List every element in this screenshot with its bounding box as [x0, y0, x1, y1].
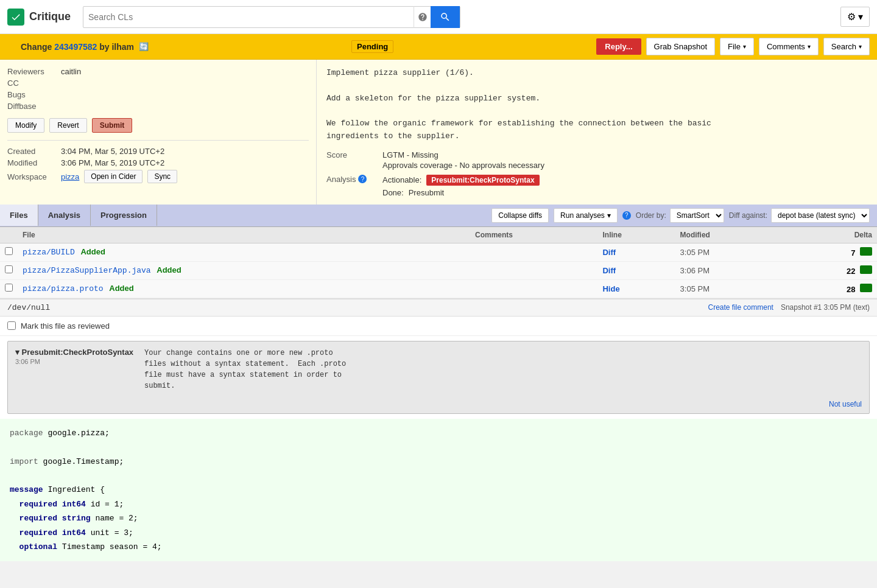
pending-badge: Pending: [351, 40, 393, 53]
cc-label: CC: [7, 79, 56, 88]
file-modified-cell: 3:06 PM: [675, 261, 782, 279]
delta-bar: [860, 247, 872, 256]
sync-button[interactable]: Sync: [147, 170, 177, 183]
run-analyses-button[interactable]: Run analyses ▾: [554, 208, 618, 223]
delta-bar: [860, 265, 872, 274]
not-useful-link[interactable]: Not useful: [829, 400, 862, 408]
change-id-link[interactable]: 243497582: [54, 42, 97, 52]
app-name: Critique: [29, 10, 71, 23]
diff-against-section: Diff against: depot base (latest sync): [729, 208, 870, 223]
file-row-checkbox[interactable]: [5, 265, 13, 273]
file-name-link[interactable]: pizza/pizza.proto: [23, 284, 104, 293]
file-delta-cell: 28: [782, 279, 877, 298]
col-file: File: [18, 227, 470, 243]
gear-dropdown-arrow: ▾: [858, 11, 863, 23]
done-label: Done:: [382, 188, 404, 197]
tab-progression[interactable]: Progression: [91, 205, 157, 226]
star-icon[interactable]: ☆: [7, 41, 16, 52]
delta-bar: [860, 284, 872, 292]
code-line: required string name = 2;: [10, 511, 867, 525]
change-header: ☆ Change 243497582 by ilham 🔄 Pending Re…: [0, 34, 877, 60]
workspace-row: Workspace pizza Open in Cider Sync: [7, 170, 309, 183]
inline-link[interactable]: Hide: [602, 284, 619, 293]
grab-snapshot-button[interactable]: Grab Snapshot: [646, 38, 715, 55]
diffbase-row: Diffbase: [7, 102, 309, 111]
done-value: Presubmit: [409, 188, 445, 197]
table-row: pizza/BUILD Added Diff 3:05 PM 7: [0, 243, 877, 261]
inline-link[interactable]: Diff: [602, 248, 616, 257]
modified-label: Modified: [7, 158, 56, 167]
delta-number: 22: [847, 267, 855, 276]
code-section: package google.pizza; import google.Time…: [0, 419, 877, 562]
tab-analysis[interactable]: Analysis: [38, 205, 91, 226]
actionable-badge: Presubmit:CheckProtoSyntax: [426, 175, 539, 186]
modify-button[interactable]: Modify: [7, 118, 44, 133]
tab-files[interactable]: Files: [0, 205, 38, 226]
right-panel: Implement pizza supplier (1/6). Add a sk…: [317, 60, 877, 205]
file-row-checkbox[interactable]: [5, 284, 13, 292]
cc-row: CC: [7, 79, 309, 88]
file-name-cell: pizza/BUILD Added: [18, 243, 470, 261]
search-button[interactable]: [431, 6, 460, 28]
gear-icon: ⚙: [847, 11, 856, 23]
file-comments-cell: [470, 243, 597, 261]
table-row: pizza/PizzaSupplierApp.java Added Diff 3…: [0, 261, 877, 279]
file-inline-cell: Diff: [597, 261, 675, 279]
file-inline-cell: Diff: [597, 243, 675, 261]
gear-button[interactable]: ⚙ ▾: [840, 7, 870, 27]
actionable-label: Actionable:: [382, 175, 421, 184]
diff-header-right: Create file comment Snapshot #1 3:05 PM …: [708, 303, 870, 312]
snapshot-info: Snapshot #1 3:05 PM (text): [781, 303, 870, 312]
file-name-link[interactable]: pizza/PizzaSupplierApp.java: [23, 266, 151, 275]
diff-against-select[interactable]: depot base (latest sync): [771, 208, 870, 223]
search-bar-container: [83, 6, 460, 28]
diffbase-label: Diffbase: [7, 102, 56, 111]
file-table: File Comments Inline Modified Delta pizz…: [0, 227, 877, 298]
col-comments: Comments: [470, 227, 597, 243]
analysis-row: Analysis ? Actionable: Presubmit:CheckPr…: [326, 175, 867, 197]
search-help-icon[interactable]: [414, 6, 431, 28]
collapse-diffs-button[interactable]: Collapse diffs: [491, 208, 549, 223]
reviewers-value: caitlin: [61, 67, 81, 76]
inline-link[interactable]: Diff: [602, 266, 616, 275]
score-row: Score LGTM - Missing Approvals coverage …: [326, 150, 867, 170]
file-name-cell: pizza/pizza.proto Added: [18, 279, 470, 298]
workspace-link[interactable]: pizza: [61, 172, 79, 181]
reviewed-row: Mark this file as reviewed: [0, 317, 877, 336]
file-delta-cell: 22: [782, 261, 877, 279]
file-modified-cell: 3:05 PM: [675, 279, 782, 298]
analysis-panel-header: ▾ Presubmit:CheckProtoSyntax 3:06 PM You…: [8, 341, 869, 397]
code-line: optional Timestamp season = 4;: [10, 540, 867, 554]
main-content: Reviewers caitlin CC Bugs Diffbase Modif…: [0, 60, 877, 205]
analysis-help-icon[interactable]: ?: [358, 175, 367, 183]
comments-menu-button[interactable]: Comments ▾: [759, 38, 819, 55]
submit-button[interactable]: Submit: [92, 118, 133, 133]
created-label: Created: [7, 147, 56, 156]
create-file-comment-link[interactable]: Create file comment: [708, 303, 773, 312]
change-title: Change 243497582 by ilham: [21, 42, 134, 52]
file-menu-button[interactable]: File ▾: [720, 38, 754, 55]
col-modified: Modified: [675, 227, 782, 243]
file-inline-cell: Hide: [597, 279, 675, 298]
search-menu-button[interactable]: Search ▾: [823, 38, 870, 55]
tabs-bar: Files Analysis Progression Collapse diff…: [0, 205, 877, 227]
logo-icon: [7, 9, 24, 26]
search-input[interactable]: [83, 12, 414, 22]
open-in-cider-button[interactable]: Open in Cider: [84, 170, 143, 183]
order-by-select[interactable]: SmartSort: [670, 208, 724, 223]
run-analyses-help-icon[interactable]: ?: [622, 211, 631, 220]
reply-button[interactable]: Reply...: [596, 38, 641, 55]
file-status: Added: [80, 247, 105, 256]
reviewers-label: Reviewers: [7, 67, 56, 76]
revert-button[interactable]: Revert: [49, 118, 86, 133]
file-row-checkbox[interactable]: [5, 247, 13, 255]
modified-row: Modified 3:06 PM, Mar 5, 2019 UTC+2: [7, 158, 309, 167]
file-name-link[interactable]: pizza/BUILD: [23, 248, 75, 257]
score-analysis: Score LGTM - Missing Approvals coverage …: [326, 150, 867, 197]
analysis-panel-footer: Not useful: [8, 397, 869, 413]
refresh-icon[interactable]: 🔄: [139, 42, 149, 51]
action-buttons: Modify Revert Submit: [7, 118, 309, 133]
mark-reviewed-checkbox[interactable]: [7, 321, 16, 330]
analysis-panel-title: ▾ Presubmit:CheckProtoSyntax 3:06 PM: [15, 348, 137, 365]
order-by-label: Order by:: [636, 211, 666, 220]
